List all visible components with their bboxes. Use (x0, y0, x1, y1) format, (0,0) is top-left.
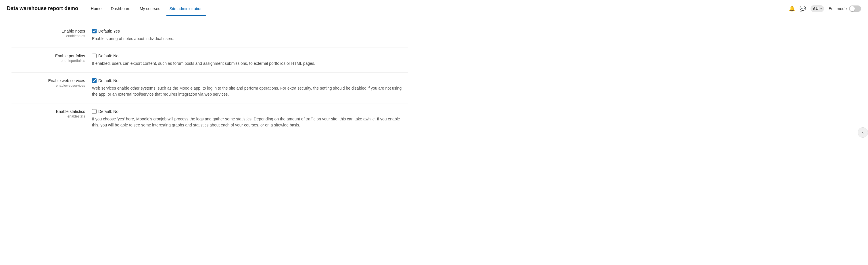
edit-mode-toggle-wrap: Edit mode (829, 5, 861, 12)
site-title: Data warehouse report demo (7, 5, 78, 11)
setting-checkbox-row-enable-portfolios: Default: No (92, 54, 408, 58)
nav-right: 🔔 💬 AU ▾ Edit mode (789, 5, 861, 12)
edit-mode-toggle[interactable] (849, 5, 861, 12)
setting-label-col-enable-portfolios: Enable portfolios enableportfolios (11, 54, 92, 67)
setting-default-label-enable-portfolios: Default: No (98, 54, 118, 58)
setting-key-enable-portfolios: enableportfolios (11, 59, 85, 63)
setting-default-label-enable-statistics: Default: No (98, 109, 118, 114)
setting-row-enable-portfolios: Enable portfolios enableportfolios Defau… (11, 48, 408, 73)
setting-default-label-enable-web-services: Default: No (98, 78, 118, 83)
setting-description-enable-web-services: Web services enable other systems, such … (92, 85, 408, 97)
setting-checkbox-enable-web-services[interactable] (92, 78, 97, 83)
setting-checkbox-row-enable-web-services: Default: No (92, 78, 408, 83)
setting-description-enable-statistics: If you choose 'yes' here, Moodle's cronj… (92, 116, 408, 128)
setting-label-col-enable-statistics: Enable statistics enablestats (11, 109, 92, 128)
setting-name-enable-portfolios: Enable portfolios (11, 54, 85, 58)
edit-mode-label: Edit mode (829, 6, 847, 11)
setting-content-col-enable-notes: Default: Yes Enable storing of notes abo… (92, 29, 408, 42)
main-content: Enable notes enablenotes Default: Yes En… (0, 17, 868, 145)
top-navigation: Data warehouse report demo Home Dashboar… (0, 0, 868, 17)
setting-name-enable-notes: Enable notes (11, 29, 85, 33)
setting-default-label-enable-notes: Default: Yes (98, 29, 120, 33)
setting-row-enable-notes: Enable notes enablenotes Default: Yes En… (11, 23, 408, 48)
setting-row-enable-web-services: Enable web services enablewebservices De… (11, 73, 408, 103)
setting-key-enable-statistics: enablestats (11, 114, 85, 118)
setting-description-enable-notes: Enable storing of notes about individual… (92, 36, 408, 42)
setting-key-enable-web-services: enablewebservices (11, 83, 85, 87)
setting-checkbox-row-enable-statistics: Default: No (92, 109, 408, 114)
setting-name-enable-statistics: Enable statistics (11, 109, 85, 114)
setting-row-enable-statistics: Enable statistics enablestats Default: N… (11, 103, 408, 134)
setting-checkbox-enable-portfolios[interactable] (92, 54, 97, 58)
notifications-icon[interactable]: 🔔 (789, 5, 795, 12)
setting-label-col-enable-web-services: Enable web services enablewebservices (11, 78, 92, 97)
user-avatar-button[interactable]: AU ▾ (810, 5, 824, 12)
setting-label-col-enable-notes: Enable notes enablenotes (11, 29, 92, 42)
nav-site-administration[interactable]: Site administration (166, 1, 206, 16)
setting-content-col-enable-web-services: Default: No Web services enable other sy… (92, 78, 408, 97)
toggle-thumb (849, 6, 855, 11)
avatar-initials: AU (813, 6, 818, 11)
avatar-chevron-icon: ▾ (820, 7, 822, 10)
setting-checkbox-enable-notes[interactable] (92, 29, 97, 33)
setting-content-col-enable-portfolios: Default: No If enabled, users can export… (92, 54, 408, 67)
nav-dashboard[interactable]: Dashboard (107, 1, 134, 16)
setting-key-enable-notes: enablenotes (11, 34, 85, 38)
nav-links: Home Dashboard My courses Site administr… (87, 1, 789, 16)
messages-icon[interactable]: 💬 (800, 5, 806, 12)
settings-area: Enable notes enablenotes Default: Yes En… (0, 17, 420, 145)
setting-description-enable-portfolios: If enabled, users can export content, su… (92, 60, 408, 67)
setting-name-enable-web-services: Enable web services (11, 78, 85, 83)
setting-checkbox-row-enable-notes: Default: Yes (92, 29, 408, 33)
nav-my-courses[interactable]: My courses (136, 1, 164, 16)
setting-content-col-enable-statistics: Default: No If you choose 'yes' here, Mo… (92, 109, 408, 128)
setting-checkbox-enable-statistics[interactable] (92, 109, 97, 114)
sidebar-collapse-button[interactable]: ‹ (858, 127, 868, 138)
nav-home[interactable]: Home (87, 1, 105, 16)
